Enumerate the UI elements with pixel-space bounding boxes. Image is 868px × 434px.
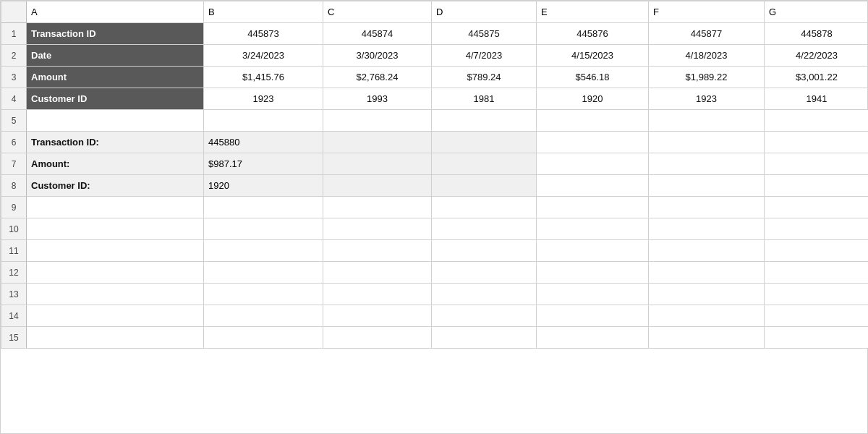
cell-a14[interactable] — [27, 305, 204, 327]
cell-c15[interactable] — [323, 327, 432, 349]
cell-g12[interactable] — [765, 262, 868, 284]
cell-d12[interactable] — [432, 262, 537, 284]
cell-e15[interactable] — [537, 327, 649, 349]
cell-d2[interactable]: 4/7/2023 — [432, 45, 537, 67]
cell-d5[interactable] — [432, 110, 537, 132]
cell-f10[interactable] — [649, 218, 765, 240]
cell-a6[interactable]: Transaction ID: — [27, 132, 204, 153]
cell-b11[interactable] — [204, 240, 323, 262]
cell-c9[interactable] — [323, 197, 432, 218]
cell-f14[interactable] — [649, 305, 765, 327]
cell-e2[interactable]: 4/15/2023 — [537, 45, 649, 67]
cell-b6[interactable]: 445880 — [204, 132, 323, 153]
cell-c12[interactable] — [323, 262, 432, 284]
cell-b12[interactable] — [204, 262, 323, 284]
cell-c4[interactable]: 1993 — [323, 88, 432, 110]
cell-d7[interactable] — [432, 153, 537, 175]
cell-f7[interactable] — [649, 153, 765, 175]
cell-g6[interactable] — [765, 132, 868, 153]
cell-g7[interactable] — [765, 153, 868, 175]
cell-g3[interactable]: $3,001.22 — [765, 67, 868, 88]
cell-g5[interactable] — [765, 110, 868, 132]
cell-e6[interactable] — [537, 132, 649, 153]
cell-a11[interactable] — [27, 240, 204, 262]
cell-d6[interactable] — [432, 132, 537, 153]
cell-d8[interactable] — [432, 175, 537, 197]
cell-g8[interactable] — [765, 175, 868, 197]
cell-c13[interactable] — [323, 284, 432, 305]
cell-g15[interactable] — [765, 327, 868, 349]
cell-f12[interactable] — [649, 262, 765, 284]
cell-c1[interactable]: 445874 — [323, 23, 432, 45]
cell-b4[interactable]: 1923 — [204, 88, 323, 110]
cell-e1[interactable]: 445876 — [537, 23, 649, 45]
cell-b13[interactable] — [204, 284, 323, 305]
cell-c14[interactable] — [323, 305, 432, 327]
cell-g2[interactable]: 4/22/2023 — [765, 45, 868, 67]
cell-a8[interactable]: Customer ID: — [27, 175, 204, 197]
cell-e14[interactable] — [537, 305, 649, 327]
cell-e10[interactable] — [537, 218, 649, 240]
cell-a3[interactable]: Amount — [27, 67, 204, 88]
cell-f4[interactable]: 1923 — [649, 88, 765, 110]
cell-c10[interactable] — [323, 218, 432, 240]
cell-f11[interactable] — [649, 240, 765, 262]
cell-a10[interactable] — [27, 218, 204, 240]
cell-b2[interactable]: 3/24/2023 — [204, 45, 323, 67]
cell-a7[interactable]: Amount: — [27, 153, 204, 175]
cell-f1[interactable]: 445877 — [649, 23, 765, 45]
cell-c2[interactable]: 3/30/2023 — [323, 45, 432, 67]
cell-d9[interactable] — [432, 197, 537, 218]
cell-c11[interactable] — [323, 240, 432, 262]
cell-e8[interactable] — [537, 175, 649, 197]
cell-b10[interactable] — [204, 218, 323, 240]
cell-c7[interactable] — [323, 153, 432, 175]
cell-e9[interactable] — [537, 197, 649, 218]
cell-e7[interactable] — [537, 153, 649, 175]
cell-g10[interactable] — [765, 218, 868, 240]
cell-a15[interactable] — [27, 327, 204, 349]
cell-d3[interactable]: $789.24 — [432, 67, 537, 88]
cell-g4[interactable]: 1941 — [765, 88, 868, 110]
cell-b15[interactable] — [204, 327, 323, 349]
cell-b5[interactable] — [204, 110, 323, 132]
cell-g1[interactable]: 445878 — [765, 23, 868, 45]
cell-f3[interactable]: $1,989.22 — [649, 67, 765, 88]
cell-d15[interactable] — [432, 327, 537, 349]
cell-a2[interactable]: Date — [27, 45, 204, 67]
cell-g13[interactable] — [765, 284, 868, 305]
cell-a1[interactable]: Transaction ID — [27, 23, 204, 45]
cell-g9[interactable] — [765, 197, 868, 218]
cell-a12[interactable] — [27, 262, 204, 284]
cell-c5[interactable] — [323, 110, 432, 132]
cell-d11[interactable] — [432, 240, 537, 262]
cell-f8[interactable] — [649, 175, 765, 197]
cell-a13[interactable] — [27, 284, 204, 305]
cell-f13[interactable] — [649, 284, 765, 305]
cell-e11[interactable] — [537, 240, 649, 262]
cell-b9[interactable] — [204, 197, 323, 218]
cell-b3[interactable]: $1,415.76 — [204, 67, 323, 88]
cell-b8[interactable]: 1920 — [204, 175, 323, 197]
cell-f5[interactable] — [649, 110, 765, 132]
cell-e12[interactable] — [537, 262, 649, 284]
cell-a9[interactable] — [27, 197, 204, 218]
cell-f9[interactable] — [649, 197, 765, 218]
cell-b7[interactable]: $987.17 — [204, 153, 323, 175]
cell-e4[interactable]: 1920 — [537, 88, 649, 110]
cell-a4[interactable]: Customer ID — [27, 88, 204, 110]
cell-d14[interactable] — [432, 305, 537, 327]
cell-f15[interactable] — [649, 327, 765, 349]
cell-c3[interactable]: $2,768.24 — [323, 67, 432, 88]
cell-c6[interactable] — [323, 132, 432, 153]
cell-a5[interactable] — [27, 110, 204, 132]
cell-b14[interactable] — [204, 305, 323, 327]
cell-b1[interactable]: 445873 — [204, 23, 323, 45]
cell-d1[interactable]: 445875 — [432, 23, 537, 45]
cell-f6[interactable] — [649, 132, 765, 153]
cell-d4[interactable]: 1981 — [432, 88, 537, 110]
cell-g14[interactable] — [765, 305, 868, 327]
cell-f2[interactable]: 4/18/2023 — [649, 45, 765, 67]
cell-d10[interactable] — [432, 218, 537, 240]
cell-d13[interactable] — [432, 284, 537, 305]
